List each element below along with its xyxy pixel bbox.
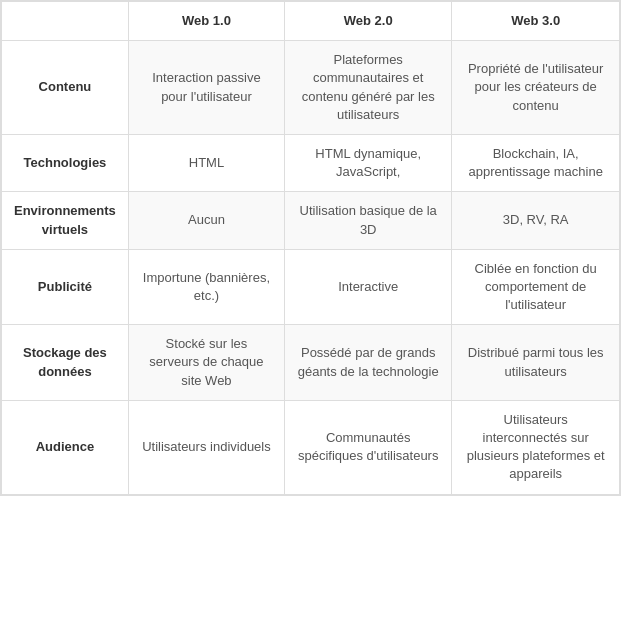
table-row: ContenuInteraction passive pour l'utilis… — [2, 41, 620, 135]
cell-web2-1: HTML dynamique, JavaScript, — [285, 134, 452, 191]
header-category — [2, 2, 129, 41]
cell-category-4: Stockage des données — [2, 325, 129, 401]
header-web3: Web 3.0 — [452, 2, 620, 41]
table-row: Environnements virtuelsAucunUtilisation … — [2, 192, 620, 249]
header-row: Web 1.0 Web 2.0 Web 3.0 — [2, 2, 620, 41]
comparison-table: Web 1.0 Web 2.0 Web 3.0 ContenuInteracti… — [0, 0, 621, 496]
cell-category-3: Publicité — [2, 249, 129, 325]
cell-web2-2: Utilisation basique de la 3D — [285, 192, 452, 249]
cell-category-2: Environnements virtuels — [2, 192, 129, 249]
cell-category-5: Audience — [2, 400, 129, 494]
header-web2: Web 2.0 — [285, 2, 452, 41]
header-web1: Web 1.0 — [128, 2, 284, 41]
cell-web3-5: Utilisateurs interconnectés sur plusieur… — [452, 400, 620, 494]
cell-web2-4: Possédé par de grands géants de la techn… — [285, 325, 452, 401]
table-row: Stockage des donnéesStocké sur les serve… — [2, 325, 620, 401]
cell-category-0: Contenu — [2, 41, 129, 135]
table-row: AudienceUtilisateurs individuelsCommunau… — [2, 400, 620, 494]
cell-web1-1: HTML — [128, 134, 284, 191]
cell-web3-0: Propriété de l'utilisateur pour les créa… — [452, 41, 620, 135]
cell-web3-1: Blockchain, IA, apprentissage machine — [452, 134, 620, 191]
cell-web3-2: 3D, RV, RA — [452, 192, 620, 249]
cell-web3-4: Distribué parmi tous les utilisateurs — [452, 325, 620, 401]
cell-web2-3: Interactive — [285, 249, 452, 325]
cell-web2-0: Plateformes communautaires et contenu gé… — [285, 41, 452, 135]
cell-web2-5: Communautés spécifiques d'utilisateurs — [285, 400, 452, 494]
cell-web1-2: Aucun — [128, 192, 284, 249]
table-row: PublicitéImportune (bannières, etc.)Inte… — [2, 249, 620, 325]
cell-web1-0: Interaction passive pour l'utilisateur — [128, 41, 284, 135]
cell-web1-3: Importune (bannières, etc.) — [128, 249, 284, 325]
cell-web1-5: Utilisateurs individuels — [128, 400, 284, 494]
cell-category-1: Technologies — [2, 134, 129, 191]
cell-web3-3: Ciblée en fonction du comportement de l'… — [452, 249, 620, 325]
table-row: TechnologiesHTMLHTML dynamique, JavaScri… — [2, 134, 620, 191]
cell-web1-4: Stocké sur les serveurs de chaque site W… — [128, 325, 284, 401]
